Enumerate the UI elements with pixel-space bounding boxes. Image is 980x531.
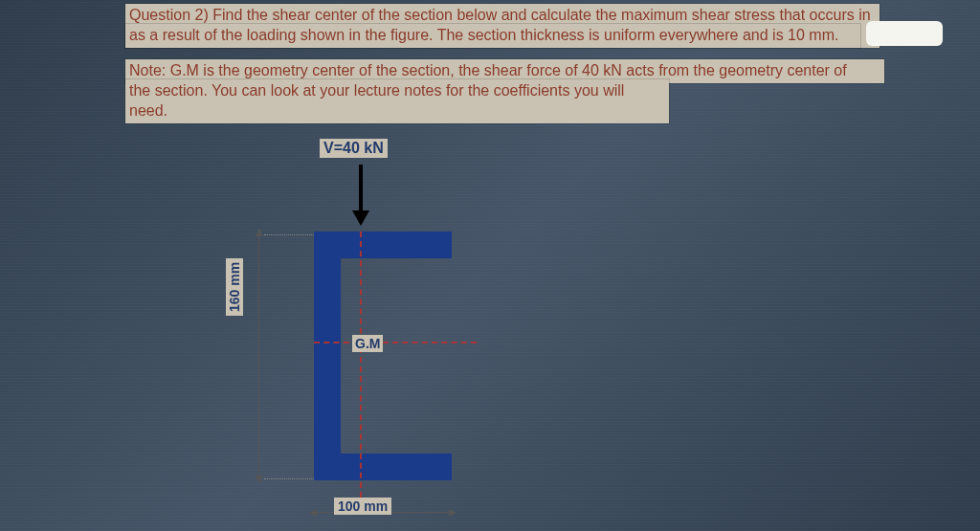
note-text-line2: the section. You can look at your lectur… (125, 79, 669, 123)
c-section-shape (314, 232, 452, 480)
force-label: V=40 kN (320, 139, 388, 158)
dimension-line-vertical (258, 235, 259, 476)
question-text-line2: as a result of the loading shown in the … (125, 24, 860, 48)
c-bot-flange (314, 454, 452, 480)
extension-line (264, 234, 314, 235)
dimension-width-label: 100 mm (334, 498, 391, 515)
centerline-horizontal (314, 342, 477, 343)
page: Question 2) Find the shear center of the… (0, 0, 980, 531)
gm-label: G.M (352, 335, 383, 352)
force-arrow-icon (359, 165, 363, 212)
c-web (314, 232, 341, 480)
dimension-height-label: 160 mm (226, 258, 243, 316)
redaction-blob (866, 21, 943, 46)
extension-line (264, 478, 314, 479)
c-top-flange (314, 232, 452, 258)
centerline-vertical (360, 232, 362, 498)
